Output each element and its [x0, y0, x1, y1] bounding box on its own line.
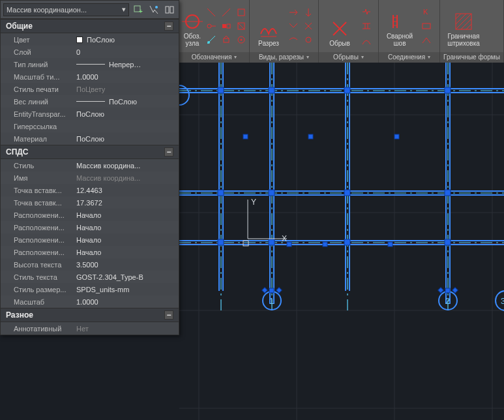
view-tool-4[interactable]	[301, 20, 316, 33]
collapse-icon[interactable]: −	[164, 22, 173, 31]
ribbon-title-hatch[interactable]: Граничные формы	[440, 52, 503, 63]
property-row[interactable]: Расположени...Начало	[1, 209, 179, 221]
ribbon-title-views[interactable]: Виды, разрезы▾	[250, 52, 318, 63]
svg-rect-66	[445, 239, 451, 245]
break-button[interactable]: Обрыв	[321, 5, 358, 47]
small-tool-4[interactable]	[204, 20, 218, 33]
view-tool-5[interactable]	[286, 33, 301, 46]
property-value[interactable]: ПоСлою	[72, 33, 179, 46]
property-row[interactable]: Расположени...Начало	[1, 246, 179, 258]
view-tool-6[interactable]	[301, 33, 316, 46]
weld-tool-2[interactable]	[419, 20, 434, 33]
hatch-button[interactable]: Граничная штриховка	[443, 5, 484, 47]
view-tool-3[interactable]	[286, 20, 301, 33]
property-value[interactable]: 1.0000	[72, 70, 179, 83]
property-row[interactable]: АннотативныйНет	[1, 322, 179, 335]
property-value[interactable]: GOST-2.304_Type-B	[72, 271, 179, 283]
property-row[interactable]: Масштаб ти...1.0000	[1, 70, 179, 83]
break-tool-2[interactable]	[359, 20, 374, 33]
property-row[interactable]: Точка вставк...12.4463	[1, 184, 179, 196]
property-value[interactable]	[72, 120, 179, 132]
property-row[interactable]: Слой0	[1, 46, 179, 58]
collapse-icon[interactable]: −	[164, 147, 173, 157]
property-row[interactable]: Гиперссылка	[1, 120, 179, 132]
section-button[interactable]: Разрез	[252, 5, 285, 47]
property-row[interactable]: Высота текста3.5000	[1, 258, 179, 271]
small-tool-3[interactable]	[234, 6, 248, 19]
property-value[interactable]: Начало	[72, 209, 179, 221]
property-value[interactable]: ПоСлою	[72, 95, 179, 108]
node-label-button[interactable]: Обоз. узла	[182, 5, 203, 47]
property-value[interactable]: 17.3672	[72, 196, 179, 209]
property-row[interactable]: СтильМассив координа...	[1, 159, 179, 172]
pick-add-icon[interactable]: +	[132, 3, 145, 16]
small-tool-8[interactable]	[219, 33, 233, 46]
property-value[interactable]: ПоСлою	[72, 108, 179, 120]
small-tool-5[interactable]	[219, 20, 233, 33]
property-row[interactable]: ЦветПоСлою	[1, 33, 179, 46]
svg-rect-87	[166, 7, 169, 13]
section-header[interactable]: СПДС−	[1, 145, 179, 159]
property-value[interactable]: Начало	[72, 233, 179, 246]
quick-select-icon[interactable]	[147, 3, 160, 16]
weld-button[interactable]: Сварной шов	[381, 5, 418, 47]
collapse-icon[interactable]: −	[164, 310, 173, 320]
section-header[interactable]: Разное−	[1, 308, 179, 322]
small-tool-2[interactable]	[219, 6, 233, 19]
break-tool-1[interactable]	[359, 5, 374, 18]
view-tool-2[interactable]	[301, 6, 316, 19]
property-row[interactable]: Тип линийНепрер…	[1, 58, 179, 70]
ribbon-title-welds[interactable]: Соединения▾	[379, 52, 439, 63]
property-value[interactable]: ПоСлою	[72, 132, 179, 145]
section-header[interactable]: Общие−	[1, 19, 179, 33]
ribbon-title-breaks[interactable]: Обрывы▾	[319, 52, 378, 63]
property-row[interactable]: МатериалПоСлою	[1, 132, 179, 145]
property-value[interactable]: Нет	[72, 322, 179, 335]
property-value[interactable]: 0	[72, 46, 179, 58]
bubble-3: 3	[501, 296, 504, 306]
property-label: Стиль печати	[1, 83, 72, 95]
ribbon-title-labels[interactable]: Обозначения▾	[179, 52, 249, 63]
svg-rect-78	[269, 288, 274, 293]
property-row[interactable]: Масштаб1.0000	[1, 295, 179, 308]
small-tool-1[interactable]	[204, 6, 218, 19]
property-row[interactable]: Расположени...Начало	[1, 221, 179, 233]
view-tool-1[interactable]	[286, 6, 301, 19]
svg-line-10	[238, 23, 245, 29]
property-value[interactable]: SPDS_units-mm	[72, 283, 179, 295]
property-row[interactable]: Стиль текстаGOST-2.304_Type-B	[1, 271, 179, 283]
property-value[interactable]: ПоЦвету	[72, 83, 179, 95]
property-row[interactable]: Стиль печатиПоЦвету	[1, 83, 179, 95]
toggle-pim-icon[interactable]	[163, 3, 176, 16]
svg-line-3	[222, 8, 230, 16]
property-value[interactable]: 1.0000	[72, 295, 179, 308]
property-row[interactable]: Вес линийПоСлою	[1, 95, 179, 108]
weld-tool-1[interactable]: K	[419, 5, 434, 18]
property-value[interactable]: Начало	[72, 221, 179, 233]
small-tool-6[interactable]	[234, 20, 248, 33]
property-value[interactable]: 3.5000	[72, 258, 179, 271]
svg-rect-55	[218, 87, 224, 93]
property-row[interactable]: ИмяМассив координа...	[1, 172, 179, 184]
property-label: Тип линий	[1, 58, 72, 70]
property-value[interactable]: Массив координа...	[72, 159, 179, 172]
property-label: Расположени...	[1, 246, 72, 258]
property-value[interactable]: Начало	[72, 246, 179, 258]
drawing-canvas[interactable]: X Y 1 2 3	[179, 63, 504, 420]
svg-rect-65	[344, 239, 350, 245]
break-tool-3[interactable]	[359, 34, 374, 47]
property-value[interactable]: Массив координа...	[72, 172, 179, 184]
property-value[interactable]: 12.4463	[72, 184, 179, 196]
object-selector[interactable]: Массив координацион...▾	[3, 3, 129, 16]
small-tool-9[interactable]	[234, 33, 248, 46]
property-value[interactable]: Непрер…	[72, 58, 179, 70]
property-label: Стиль размер...	[1, 283, 72, 295]
property-row[interactable]: Точка вставк...17.3672	[1, 196, 179, 209]
property-row[interactable]: Расположени...Начало	[1, 233, 179, 246]
property-row[interactable]: EntityTranspar...ПоСлою	[1, 108, 179, 120]
small-tool-7[interactable]	[204, 33, 218, 46]
property-row[interactable]: Стиль размер...SPDS_units-mm	[1, 283, 179, 295]
svg-rect-67	[243, 134, 248, 139]
weld-tool-3[interactable]	[419, 34, 434, 47]
svg-rect-88	[170, 7, 173, 13]
